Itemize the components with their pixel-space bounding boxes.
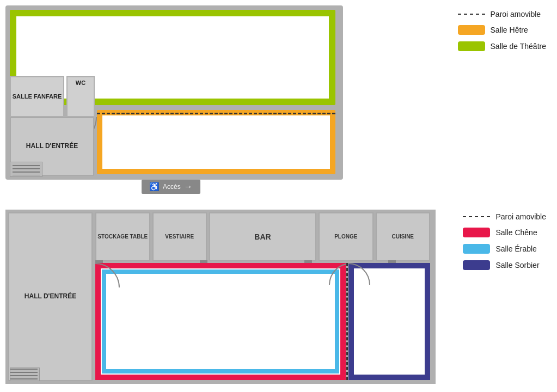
hall-entree-upper-label: HALL D'ENTRÉE [26, 142, 78, 151]
salle-theatre-legend-label: Salle de Théâtre [491, 42, 546, 51]
bar-room: BAR [209, 212, 316, 261]
salle-erable-swatch [463, 244, 490, 254]
stockage-room: STOCKAGE TABLE [95, 212, 150, 261]
paroi-amovible-top-label: Paroi amovible [491, 10, 541, 19]
stairs-icon [13, 163, 40, 175]
salle-theatre-swatch [458, 41, 485, 51]
legend-salle-erable: Salle Érable [463, 244, 546, 254]
plonge-room: PLONGE [319, 212, 374, 261]
salle-erable-legend-label: Salle Érable [495, 244, 537, 253]
lower-floor-plan: HALL D'ENTRÉE STOCKAGE TABLE VESTIAIRE B… [5, 210, 436, 384]
service-rooms-row: STOCKAGE TABLE VESTIAIRE BAR PLONGE CUIS… [95, 212, 430, 261]
upper-floor-plan: SALLE FANFARE WC HALL D'ENTRÉE [5, 5, 343, 180]
paroi-amovible-bottom-label: Paroi amovible [495, 212, 546, 221]
dashed-line-bottom-icon [463, 216, 490, 217]
dashed-partition-upper [97, 113, 335, 114]
cuisine-label: CUISINE [391, 234, 414, 240]
stairs-lower [10, 367, 40, 381]
salle-hetre-swatch [458, 25, 485, 35]
dashed-line-icon [458, 14, 485, 15]
salle-sorbier-swatch [463, 260, 490, 270]
salle-hetre-room [97, 110, 335, 174]
plonge-label: PLONGE [334, 234, 357, 240]
salle-fanfare-label: SALLE FANFARE [13, 93, 62, 100]
stairs-upper [10, 162, 42, 177]
hall-entree-lower-label: HALL D'ENTRÉE [25, 292, 76, 301]
arrow-right-icon: → [184, 182, 193, 192]
acces-label: Accès [163, 183, 181, 191]
salle-hetre-legend-label: Salle Hêtre [491, 26, 528, 34]
bar-label: BAR [254, 232, 271, 242]
cuisine-room: CUISINE [376, 212, 431, 261]
salle-chene-swatch [463, 228, 490, 237]
legend-salle-chene: Salle Chêne [463, 228, 546, 237]
wc-label: WC [76, 79, 85, 86]
stockage-label: STOCKAGE TABLE [97, 234, 148, 240]
hall-entree-lower-room: HALL D'ENTRÉE [8, 212, 93, 381]
legend-paroi-amovible-bottom: Paroi amovible [463, 212, 546, 221]
salle-chene-legend-label: Salle Chêne [495, 228, 537, 237]
salle-fanfare-room: SALLE FANFARE [10, 76, 64, 117]
salle-erable-room [102, 270, 339, 373]
legend-salle-theatre: Salle de Théâtre [458, 41, 546, 51]
vestiaire-room: VESTIAIRE [152, 212, 207, 261]
stairs-lower-icon [10, 368, 38, 380]
vestiaire-label: VESTIAIRE [165, 234, 194, 240]
legend-salle-hetre: Salle Hêtre [458, 25, 546, 35]
legend-salle-sorbier: Salle Sorbier [463, 260, 546, 270]
acces-area: ♿ Accès → [142, 180, 200, 194]
wheelchair-icon: ♿ [149, 182, 160, 192]
wc-room: WC [66, 76, 95, 117]
dashed-partition-lower [346, 263, 348, 380]
acces-box: ♿ Accès → [142, 180, 200, 194]
legend-bottom: Paroi amovible Salle Chêne Salle Érable … [463, 212, 546, 270]
legend-top: Paroi amovible Salle Hêtre Salle de Théâ… [458, 10, 546, 51]
salle-sorbier-legend-label: Salle Sorbier [495, 261, 539, 270]
legend-paroi-amovible-top: Paroi amovible [458, 10, 546, 19]
